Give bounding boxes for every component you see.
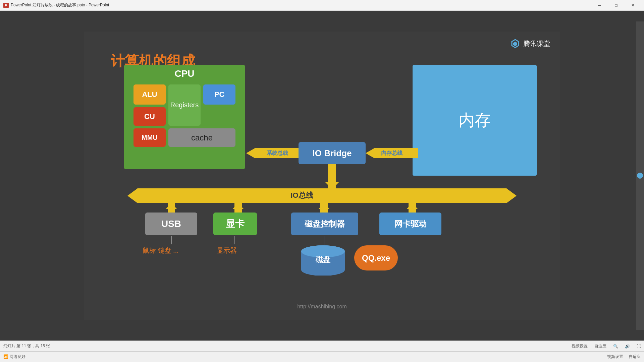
video-settings-label[interactable]: 视频设置 bbox=[607, 354, 623, 360]
cpu-box: CPU ALU Registers PC CU MMU cache bbox=[124, 65, 245, 169]
memory-box: 内存 bbox=[413, 65, 537, 176]
svg-marker-21 bbox=[318, 203, 330, 209]
titlebar-title: PowerPoint 幻灯片放映 - 线程的故事.pptx - PowerPoi… bbox=[11, 2, 109, 8]
mouse-keyboard-label: 鼠标 键盘 ... bbox=[143, 246, 179, 255]
auto-fit[interactable]: 自适应 bbox=[594, 343, 606, 349]
svg-marker-11 bbox=[325, 182, 339, 189]
network-status: 📶 网络良好 bbox=[3, 354, 25, 360]
tencent-label: 腾讯课堂 bbox=[523, 39, 550, 48]
memory-label: 内存 bbox=[459, 110, 491, 131]
mmu-component: MMU bbox=[133, 128, 166, 147]
powerpoint-icon: P bbox=[3, 3, 9, 8]
tencent-logo: 腾讯课堂 bbox=[510, 38, 550, 49]
disk-controller-device: 磁盘控制器 bbox=[291, 213, 358, 235]
svg-marker-19 bbox=[232, 203, 244, 209]
cache-component: cache bbox=[168, 128, 235, 147]
svg-marker-1 bbox=[513, 42, 517, 46]
titlebar-controls[interactable]: ─ □ ✕ bbox=[592, 0, 641, 11]
taskbar-right: 视频设置 自适应 bbox=[607, 354, 641, 360]
disk-cylinder: 磁盘 bbox=[301, 245, 345, 276]
titlebar-left: P PowerPoint 幻灯片放映 - 线程的故事.pptx - PowerP… bbox=[3, 2, 109, 8]
svg-marker-17 bbox=[166, 203, 177, 209]
svg-point-29 bbox=[301, 264, 345, 276]
side-panel bbox=[636, 21, 644, 330]
fullscreen-icon[interactable]: ⛶ bbox=[637, 344, 641, 349]
cpu-inner: ALU Registers PC CU MMU cache bbox=[131, 82, 238, 149]
tencent-icon bbox=[510, 38, 521, 49]
statusbar-right: 视频设置 自适应 🔍 🔊 ⛶ bbox=[572, 343, 641, 349]
minimize-button[interactable]: ─ bbox=[592, 0, 607, 11]
svg-rect-16 bbox=[168, 203, 175, 213]
auto-fit-label[interactable]: 自适应 bbox=[629, 354, 641, 360]
slide-info: 幻灯片 第 11 张，共 15 张 bbox=[3, 343, 50, 349]
svg-text:内存总线: 内存总线 bbox=[381, 150, 403, 156]
svg-marker-5 bbox=[290, 148, 299, 158]
svg-marker-23 bbox=[407, 203, 418, 209]
svg-rect-20 bbox=[320, 203, 328, 213]
network-icon: 📶 bbox=[3, 354, 8, 359]
registers-component: Registers bbox=[168, 84, 201, 126]
svg-marker-6 bbox=[366, 148, 374, 158]
search-icon[interactable]: 🔍 bbox=[613, 344, 618, 349]
svg-rect-10 bbox=[328, 164, 336, 188]
svg-text:系统总线: 系统总线 bbox=[267, 150, 288, 156]
slide-container: 腾讯课堂 计算机的组成 CPU ALU Registers PC CU MMU … bbox=[0, 11, 644, 341]
network-label: 网络良好 bbox=[9, 354, 25, 359]
taskbar: 📶 网络良好 视频设置 自适应 bbox=[0, 351, 644, 362]
titlebar: P PowerPoint 幻灯片放映 - 线程的故事.pptx - PowerP… bbox=[0, 0, 644, 11]
slide: 腾讯课堂 计算机的组成 CPU ALU Registers PC CU MMU … bbox=[84, 32, 560, 320]
svg-rect-18 bbox=[234, 203, 242, 213]
side-panel-indicator bbox=[637, 173, 643, 179]
io-bridge: IO Bridge bbox=[299, 142, 366, 164]
svg-marker-2 bbox=[246, 148, 255, 158]
monitor-label: 显示器 bbox=[217, 246, 237, 255]
svg-rect-22 bbox=[409, 203, 416, 213]
statusbar: 幻灯片 第 11 张，共 15 张 视频设置 自适应 🔍 🔊 ⛶ bbox=[0, 341, 644, 351]
qq-exe: QQ.exe bbox=[354, 245, 398, 270]
volume-icon[interactable]: 🔊 bbox=[625, 344, 630, 349]
svg-marker-14 bbox=[506, 188, 517, 203]
alu-component: ALU bbox=[133, 84, 166, 105]
svg-text:IO总线: IO总线 bbox=[290, 191, 313, 199]
url-label: http://mashibing.com bbox=[297, 304, 347, 310]
video-settings[interactable]: 视频设置 bbox=[572, 343, 588, 349]
gpu-device: 显卡 bbox=[213, 213, 257, 235]
svg-rect-3 bbox=[255, 148, 299, 158]
pc-component: PC bbox=[203, 84, 235, 105]
close-button[interactable]: ✕ bbox=[625, 0, 641, 11]
nic-device: 网卡驱动 bbox=[379, 213, 441, 235]
usb-device: USB bbox=[145, 213, 197, 235]
disk-text: 磁盘 bbox=[301, 255, 345, 265]
svg-rect-7 bbox=[374, 148, 418, 158]
cpu-label: CPU bbox=[174, 68, 194, 79]
maximize-button[interactable]: □ bbox=[608, 0, 624, 11]
svg-marker-12 bbox=[127, 188, 138, 203]
svg-rect-13 bbox=[138, 188, 506, 203]
cu-component: CU bbox=[133, 107, 166, 126]
